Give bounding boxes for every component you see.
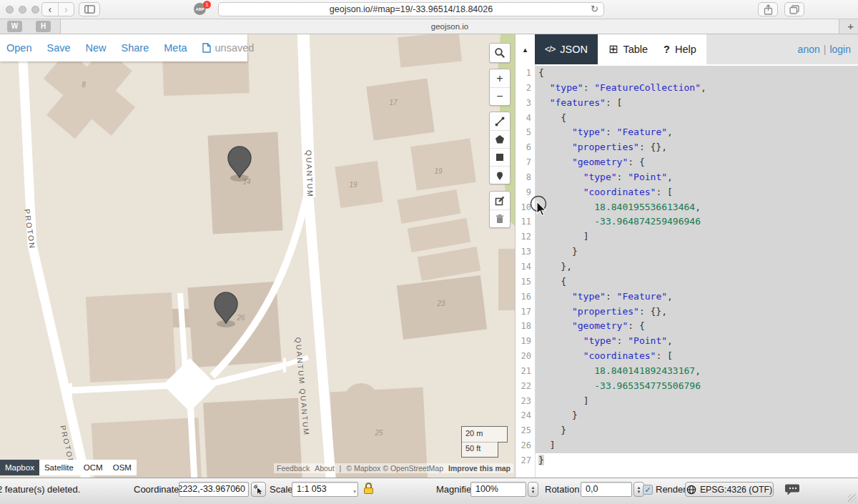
scale-combo[interactable]: 1:1 053 ▾	[292, 482, 358, 497]
scale-lock-icon[interactable]	[364, 483, 373, 494]
layer-mapbox[interactable]: Mapbox	[0, 460, 39, 475]
draw-line-button[interactable]	[490, 112, 510, 130]
rotation-label: Rotation	[545, 484, 579, 495]
status-message: 2 feature(s) deleted.	[0, 484, 80, 495]
tab-table[interactable]: ⊞ Table	[606, 34, 651, 64]
collapse-panel-button[interactable]: ▴	[516, 34, 535, 64]
layer-ocm[interactable]: OCM	[79, 460, 108, 475]
panel-header: ▴ </> JSON ⊞ Table ? Help anon | login	[516, 34, 858, 64]
reload-icon[interactable]: ↻	[591, 3, 598, 16]
code-line: "geometry": {	[536, 155, 858, 170]
magnifier-stepper[interactable]: ▲▼	[528, 482, 538, 497]
auth-area: anon | login	[706, 34, 858, 64]
sidebar-button[interactable]	[79, 2, 100, 16]
tab-help[interactable]: ? Help	[661, 34, 699, 64]
active-browser-tab[interactable]: geojson.io	[60, 19, 839, 34]
tab-json-label: JSON	[560, 44, 588, 55]
layer-satellite[interactable]: Satellite	[39, 460, 79, 475]
line-number: 12	[516, 229, 535, 244]
edit-toolbar	[489, 191, 511, 228]
draw-polygon-button[interactable]	[490, 130, 510, 148]
attribution-separator: |	[340, 464, 342, 473]
draw-marker-button[interactable]	[490, 166, 510, 184]
mouse-position-toggle[interactable]	[251, 482, 266, 497]
code-line: "geometry": {	[536, 319, 858, 334]
tab-help-label: Help	[675, 44, 696, 55]
code-line: "features": [	[536, 96, 858, 111]
edit-feature-button[interactable]	[490, 192, 510, 209]
line-number: 1	[516, 66, 535, 81]
edit-icon	[494, 195, 506, 207]
zoom-in-button[interactable]: +	[490, 69, 510, 87]
line-number-gutter: 1234567891011121314151617181920212223242…	[516, 64, 536, 478]
code-editor[interactable]: 1234567891011121314151617181920212223242…	[516, 64, 858, 478]
zoom-out-button[interactable]: −	[490, 87, 510, 105]
back-button[interactable]: ‹	[42, 3, 59, 16]
code-line: },	[536, 260, 858, 275]
scale-label: Scale	[270, 484, 293, 495]
login-link[interactable]: login	[829, 44, 851, 55]
anon-link[interactable]: anon	[798, 44, 820, 55]
pinned-tab-w[interactable]: W	[7, 21, 22, 32]
search-icon	[494, 47, 506, 59]
search-button[interactable]	[490, 44, 510, 62]
menu-save[interactable]: Save	[46, 42, 70, 54]
line-number: 21	[516, 364, 535, 379]
draw-rectangle-button[interactable]	[490, 148, 510, 166]
line-number: 5	[516, 125, 535, 140]
map-marker-2[interactable]	[214, 292, 237, 327]
building-label-8: 8	[82, 81, 86, 89]
code-line: }	[536, 453, 858, 468]
code-line: {	[536, 275, 858, 290]
window-minimize-button[interactable]	[19, 6, 26, 14]
window-close-button[interactable]	[6, 6, 14, 14]
building-label-26: 26	[236, 314, 245, 322]
coordinate-value: 18.842232,-33.967060	[179, 483, 245, 496]
feedback-link[interactable]: Feedback	[277, 464, 310, 473]
code-line: "properties": {},	[536, 305, 858, 320]
pinned-tab-h[interactable]: H	[36, 21, 51, 32]
magnifier-input[interactable]: 100%	[470, 482, 526, 497]
resize-grip[interactable]	[848, 494, 857, 503]
forward-button[interactable]: ›	[59, 3, 74, 16]
tab-title: geojson.io	[61, 19, 839, 34]
tab-json[interactable]: </> JSON	[535, 34, 598, 64]
menu-new[interactable]: New	[86, 42, 107, 54]
line-number: 17	[516, 305, 535, 320]
tab-overview-button[interactable]	[784, 2, 804, 16]
code-line: "coordinates": [	[536, 349, 858, 364]
code-line: 18.840141892433167,	[536, 364, 858, 379]
map-canvas[interactable]: PROTON PROTON QUANTUM QUANTUM QUANTUM 8 …	[0, 34, 515, 478]
code-line: "type": "Point",	[536, 170, 858, 185]
address-bar[interactable]: geojson.io/#map=19/-33.96514/18.84026 ↻	[218, 2, 604, 16]
share-button[interactable]	[758, 2, 778, 16]
menu-open[interactable]: Open	[6, 42, 31, 54]
window-zoom-button[interactable]	[31, 6, 39, 14]
new-tab-button[interactable]: +	[847, 19, 854, 34]
code-line: }	[536, 244, 858, 260]
code-line: "type": "Feature",	[536, 125, 858, 140]
building-label-25: 25	[374, 429, 383, 437]
coordinate-input[interactable]: 18.842232,-33.967060	[179, 482, 249, 497]
messages-button[interactable]	[785, 483, 801, 498]
delete-feature-button[interactable]	[490, 209, 510, 227]
line-number: 10	[516, 200, 535, 215]
about-link[interactable]: About	[315, 464, 334, 473]
geocoder-box	[489, 43, 511, 63]
menu-share[interactable]: Share	[122, 42, 149, 54]
street-label-quantum: QUANTUM	[305, 150, 315, 198]
map-marker-1[interactable]	[228, 147, 251, 182]
crs-button[interactable]: EPSG:4326 (OTF)	[685, 482, 774, 497]
code-area[interactable]: { "type": "FeatureCollection", "features…	[536, 64, 858, 478]
menu-meta[interactable]: Meta	[164, 42, 187, 54]
share-icon	[764, 4, 773, 15]
code-line: "type": "FeatureCollection",	[536, 81, 858, 96]
line-number: 22	[516, 379, 535, 394]
building-label-23: 23	[436, 300, 445, 307]
save-status-label: unsaved	[215, 42, 255, 54]
rotation-input[interactable]: 0,0	[581, 482, 632, 497]
layer-osm[interactable]: OSM	[108, 460, 137, 475]
render-checkbox[interactable]: ✓	[643, 485, 653, 495]
save-status: unsaved	[202, 42, 255, 54]
improve-map-link[interactable]: Improve this map	[448, 464, 511, 473]
